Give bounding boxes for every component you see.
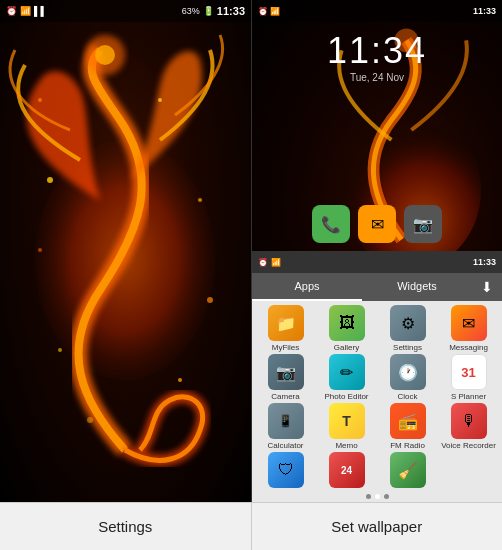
messaging-icon: ✉ <box>451 305 487 341</box>
tab-apps[interactable]: Apps <box>252 273 362 301</box>
fmradio-icon: 📻 <box>390 403 426 439</box>
privat24-icon: 24 <box>329 452 365 488</box>
svg-point-3 <box>47 177 53 183</box>
splanner-icon: 31 <box>451 354 487 390</box>
gmsecurity-icon: 🛡 <box>268 452 304 488</box>
calculator-label: Calculator <box>267 441 303 450</box>
right-lockscreen-clock: 11:34 Tue, 24 Nov <box>327 30 427 83</box>
camera-label: Camera <box>271 392 299 401</box>
svg-point-11 <box>38 98 42 102</box>
signal-icon: ▌▌ <box>34 6 47 16</box>
calculator-icon: 📱 <box>268 403 304 439</box>
dock-messaging-icon: ✉ <box>358 205 396 243</box>
svg-point-4 <box>198 198 202 202</box>
left-clock: 11:33 <box>217 5 245 17</box>
right-phone-preview: ⏰ 📶 11:33 <box>251 0 502 502</box>
list-item[interactable]: 📷 Camera <box>256 354 315 401</box>
drawer-status-time: 11:33 <box>473 257 496 267</box>
settings-icon: ⚙ <box>390 305 426 341</box>
set-wallpaper-button[interactable]: Set wallpaper <box>252 503 503 550</box>
list-item[interactable]: 🛡 CM Security <box>256 452 315 491</box>
list-item[interactable]: 31 S Planner <box>439 354 498 401</box>
fmradio-label: FM Radio <box>390 441 425 450</box>
right-dock: 📞 ✉ 📷 <box>312 205 442 243</box>
gallery-icon: 🖼 <box>329 305 365 341</box>
left-status-bar: ⏰ 📶 ▌▌ 63% 🔋 11:33 <box>0 0 251 22</box>
photoeditor-label: Photo Editor <box>324 392 368 401</box>
voicerecorder-icon: 🎙 <box>451 403 487 439</box>
right-alarm-icon: ⏰ <box>258 7 268 16</box>
dock-phone-icon: 📞 <box>312 205 350 243</box>
svg-point-8 <box>178 378 182 382</box>
dot-1 <box>366 494 371 499</box>
app-drawer-tabs[interactable]: Apps Widgets ⬇ <box>252 273 502 301</box>
list-item[interactable]: 🕐 Clock <box>378 354 437 401</box>
dock-camera-icon: 📷 <box>404 205 442 243</box>
list-item[interactable]: 📻 FM Radio <box>378 403 437 450</box>
dot-2 <box>375 494 380 499</box>
list-item[interactable]: ✉ Messaging <box>439 305 498 352</box>
list-item[interactable]: 🧹 Clean Master <box>378 452 437 491</box>
alarm-icon: ⏰ <box>6 6 17 16</box>
photoeditor-icon: ✏ <box>329 354 365 390</box>
settings-label: Settings <box>393 343 422 352</box>
drawer-status-icons: ⏰ 📶 <box>258 258 281 267</box>
drawer-alarm-icon: ⏰ <box>258 258 268 267</box>
svg-point-6 <box>207 297 213 303</box>
list-item[interactable]: 🎙 Voice Recorder <box>439 403 498 450</box>
left-phone-preview: ⏰ 📶 ▌▌ 63% 🔋 11:33 <box>0 0 251 502</box>
list-item[interactable]: 📱 Calculator <box>256 403 315 450</box>
app-grid: 📁 MyFiles 🖼 Gallery ⚙ Settings ✉ Messagi… <box>252 301 502 491</box>
cleanmaster-icon: 🧹 <box>390 452 426 488</box>
right-lockscreen: ⏰ 📶 11:33 <box>252 0 502 251</box>
clock-label: Clock <box>397 392 417 401</box>
svg-point-5 <box>38 248 42 252</box>
left-status-icons: ⏰ 📶 ▌▌ <box>6 6 47 16</box>
memo-icon: T <box>329 403 365 439</box>
messaging-label: Messaging <box>449 343 488 352</box>
svg-point-2 <box>95 45 115 65</box>
right-clock-top: 11:33 <box>473 6 496 16</box>
svg-point-7 <box>58 348 62 352</box>
left-wallpaper <box>0 0 251 502</box>
settings-button[interactable]: Settings <box>0 503 252 550</box>
battery-icon: 🔋 <box>203 6 214 16</box>
list-item[interactable]: T Memo <box>317 403 376 450</box>
drawer-wifi-icon: 📶 <box>271 258 281 267</box>
tab-widgets[interactable]: Widgets <box>362 273 472 301</box>
dot-3 <box>384 494 389 499</box>
camera-icon: 📷 <box>268 354 304 390</box>
memo-label: Memo <box>335 441 357 450</box>
page-indicator <box>252 491 502 502</box>
list-item[interactable]: ✏ Photo Editor <box>317 354 376 401</box>
svg-point-10 <box>158 98 162 102</box>
voicerecorder-label: Voice Recorder <box>441 441 496 450</box>
list-item[interactable]: ⚙ Settings <box>378 305 437 352</box>
wifi-icon: 📶 <box>20 6 31 16</box>
clock-icon: 🕐 <box>390 354 426 390</box>
download-icon[interactable]: ⬇ <box>472 273 502 301</box>
gallery-label: Gallery <box>334 343 359 352</box>
svg-point-9 <box>87 417 93 423</box>
clock-date-display: Tue, 24 Nov <box>327 72 427 83</box>
phoenix-fire-svg-left <box>0 0 251 502</box>
right-wifi-icon: 📶 <box>270 7 280 16</box>
clock-time-display: 11:34 <box>327 30 427 72</box>
bottom-action-bar: Settings Set wallpaper <box>0 502 502 550</box>
right-status-bar-top: ⏰ 📶 11:33 <box>252 0 502 22</box>
battery-percent: 63% <box>182 6 200 16</box>
splanner-label: S Planner <box>451 392 486 401</box>
right-app-drawer: ⏰ 📶 11:33 Apps Widgets ⬇ 📁 MyFiles 🖼 Gal… <box>252 251 502 502</box>
app-drawer-status-bar: ⏰ 📶 11:33 <box>252 251 502 273</box>
list-item[interactable]: 🖼 Gallery <box>317 305 376 352</box>
list-item[interactable]: 📁 MyFiles <box>256 305 315 352</box>
myfiles-label: MyFiles <box>272 343 300 352</box>
myfiles-icon: 📁 <box>268 305 304 341</box>
list-item[interactable]: 24 Privat24 <box>317 452 376 491</box>
